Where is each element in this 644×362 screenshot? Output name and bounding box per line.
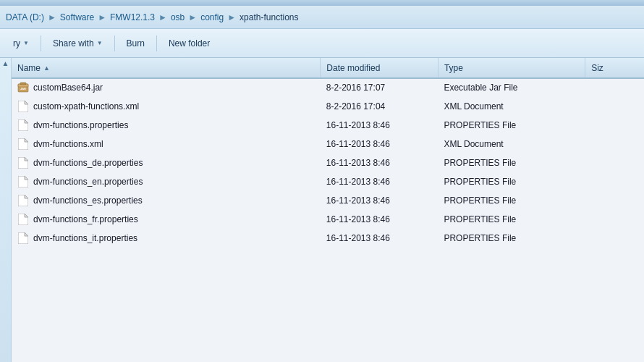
table-row[interactable]: JAR customBase64.jar8-2-2016 17:07Execut… bbox=[12, 78, 644, 97]
left-scroll-indicator: ▲ bbox=[0, 58, 12, 362]
file-date-cell: 16-11-2013 8:46 bbox=[321, 153, 438, 172]
svg-marker-5 bbox=[25, 101, 28, 104]
new-folder-label: New folder bbox=[169, 38, 210, 49]
burn-label: Burn bbox=[127, 38, 145, 49]
file-date-cell: 16-11-2013 8:46 bbox=[321, 210, 438, 229]
file-size-cell bbox=[585, 210, 644, 229]
column-header-date[interactable]: Date modified bbox=[321, 58, 438, 78]
name-column-label: Name bbox=[17, 63, 41, 73]
name-cell-content: dvm-functions_es.properties bbox=[17, 195, 315, 206]
toolbar-separator-1 bbox=[41, 35, 41, 51]
file-name-text: customBase64.jar bbox=[33, 83, 103, 93]
table-row[interactable]: dvm-functions_de.properties16-11-2013 8:… bbox=[12, 153, 644, 172]
table-row[interactable]: custom-xpath-functions.xml8-2-2016 17:04… bbox=[12, 97, 644, 116]
doc-file-icon bbox=[17, 138, 29, 150]
file-date-cell: 16-11-2013 8:46 bbox=[321, 191, 438, 210]
name-cell-content: dvm-functions_de.properties bbox=[17, 157, 315, 169]
breadcrumb-sep-4: ► bbox=[188, 12, 197, 22]
file-size-cell bbox=[585, 135, 644, 153]
file-type-cell: PROPERTIES File bbox=[438, 229, 585, 248]
doc-file-icon bbox=[17, 232, 29, 244]
table-row[interactable]: dvm-functions.properties16-11-2013 8:46P… bbox=[12, 116, 644, 135]
breadcrumb-xpath-functions: xpath-functions bbox=[240, 12, 298, 22]
file-date-cell: 16-11-2013 8:46 bbox=[321, 229, 438, 248]
file-name-text: dvm-functions.properties bbox=[33, 120, 128, 130]
breadcrumb-fmw[interactable]: FMW12.1.3 bbox=[110, 12, 155, 22]
doc-file-icon bbox=[17, 157, 29, 169]
file-size-cell bbox=[585, 78, 644, 97]
file-date-cell: 8-2-2016 17:04 bbox=[321, 97, 438, 116]
file-name-cell: dvm-functions.properties bbox=[12, 116, 321, 135]
doc-file-icon bbox=[17, 214, 29, 225]
svg-marker-9 bbox=[25, 138, 28, 142]
file-size-cell bbox=[585, 229, 644, 248]
file-name-cell: dvm-functions_it.properties bbox=[12, 229, 321, 248]
file-name-text: custom-xpath-functions.xml bbox=[33, 101, 139, 111]
file-name-cell: dvm-functions_de.properties bbox=[12, 153, 321, 172]
share-with-button[interactable]: Share with ▼ bbox=[46, 35, 110, 51]
toolbar: ry ▼ Share with ▼ Burn New folder bbox=[0, 29, 644, 58]
breadcrumb-osb[interactable]: osb bbox=[171, 12, 185, 22]
breadcrumb-sep-1: ► bbox=[48, 12, 56, 22]
file-name-cell: custom-xpath-functions.xml bbox=[12, 97, 321, 116]
svg-rect-2 bbox=[20, 83, 26, 85]
name-cell-content: JAR customBase64.jar bbox=[17, 82, 315, 93]
table-row[interactable]: dvm-functions_es.properties16-11-2013 8:… bbox=[12, 191, 644, 210]
name-cell-content: dvm-functions_it.properties bbox=[17, 232, 315, 244]
file-name-cell: dvm-functions_en.properties bbox=[12, 172, 321, 191]
table-row[interactable]: dvm-functions_it.properties16-11-2013 8:… bbox=[12, 229, 644, 248]
file-type-cell: XML Document bbox=[438, 135, 585, 153]
svg-marker-15 bbox=[25, 195, 28, 198]
svg-text:JAR: JAR bbox=[20, 87, 26, 90]
breadcrumb-sep-3: ► bbox=[158, 12, 167, 22]
file-date-cell: 16-11-2013 8:46 bbox=[321, 172, 438, 191]
sort-ascending-icon: ▲ bbox=[43, 64, 50, 72]
breadcrumb-items: DATA (D:) ► Software ► FMW12.1.3 ► osb ►… bbox=[6, 12, 299, 22]
breadcrumb: DATA (D:) ► Software ► FMW12.1.3 ► osb ►… bbox=[0, 6, 644, 29]
file-name-cell: dvm-functions.xml bbox=[12, 135, 321, 153]
file-type-cell: Executable Jar File bbox=[438, 78, 585, 97]
file-size-cell bbox=[585, 153, 644, 172]
name-cell-content: dvm-functions_fr.properties bbox=[17, 214, 315, 225]
doc-file-icon bbox=[17, 195, 29, 206]
file-size-cell bbox=[585, 116, 644, 135]
up-arrow-icon[interactable]: ▲ bbox=[2, 59, 9, 67]
svg-marker-13 bbox=[25, 176, 28, 180]
breadcrumb-software[interactable]: Software bbox=[60, 12, 94, 22]
table-row[interactable]: dvm-functions_en.properties16-11-2013 8:… bbox=[12, 172, 644, 191]
breadcrumb-data-d[interactable]: DATA (D:) bbox=[6, 12, 44, 22]
file-name-text: dvm-functions_en.properties bbox=[33, 177, 143, 187]
share-with-chevron-icon: ▼ bbox=[97, 40, 103, 46]
file-date-cell: 16-11-2013 8:46 bbox=[321, 135, 438, 153]
library-button[interactable]: ry ▼ bbox=[6, 35, 36, 51]
column-header-name[interactable]: Name ▲ bbox=[12, 58, 321, 78]
file-name-text: dvm-functions_fr.properties bbox=[33, 214, 138, 224]
name-cell-content: dvm-functions_en.properties bbox=[17, 176, 315, 188]
title-bar bbox=[0, 0, 644, 6]
svg-marker-7 bbox=[25, 119, 28, 123]
file-list-body: JAR customBase64.jar8-2-2016 17:07Execut… bbox=[12, 78, 644, 248]
file-type-cell: PROPERTIES File bbox=[438, 153, 585, 172]
svg-marker-19 bbox=[25, 232, 28, 236]
table-row[interactable]: dvm-functions_fr.properties16-11-2013 8:… bbox=[12, 210, 644, 229]
share-with-label: Share with bbox=[53, 38, 94, 49]
file-table: Name ▲ Date modified Type Siz JAR custom bbox=[12, 58, 644, 248]
file-name-text: dvm-functions_it.properties bbox=[33, 233, 137, 243]
library-label: ry bbox=[13, 38, 20, 49]
file-date-cell: 16-11-2013 8:46 bbox=[321, 116, 438, 135]
new-folder-button[interactable]: New folder bbox=[161, 35, 217, 51]
doc-file-icon bbox=[17, 176, 29, 188]
name-cell-content: dvm-functions.properties bbox=[17, 119, 315, 131]
column-header-type[interactable]: Type bbox=[438, 58, 585, 78]
svg-marker-11 bbox=[25, 157, 28, 161]
svg-marker-17 bbox=[25, 214, 28, 217]
breadcrumb-config[interactable]: config bbox=[200, 12, 224, 22]
content-area: ▲ Name ▲ Date modified Type Siz bbox=[0, 58, 644, 362]
burn-button[interactable]: Burn bbox=[119, 35, 152, 51]
name-cell-content: custom-xpath-functions.xml bbox=[17, 101, 315, 112]
table-row[interactable]: dvm-functions.xml16-11-2013 8:46XML Docu… bbox=[12, 135, 644, 153]
file-type-cell: PROPERTIES File bbox=[438, 116, 585, 135]
file-name-cell: dvm-functions_fr.properties bbox=[12, 210, 321, 229]
column-header-size[interactable]: Siz bbox=[585, 58, 644, 78]
file-table-area: Name ▲ Date modified Type Siz JAR custom bbox=[12, 58, 644, 362]
